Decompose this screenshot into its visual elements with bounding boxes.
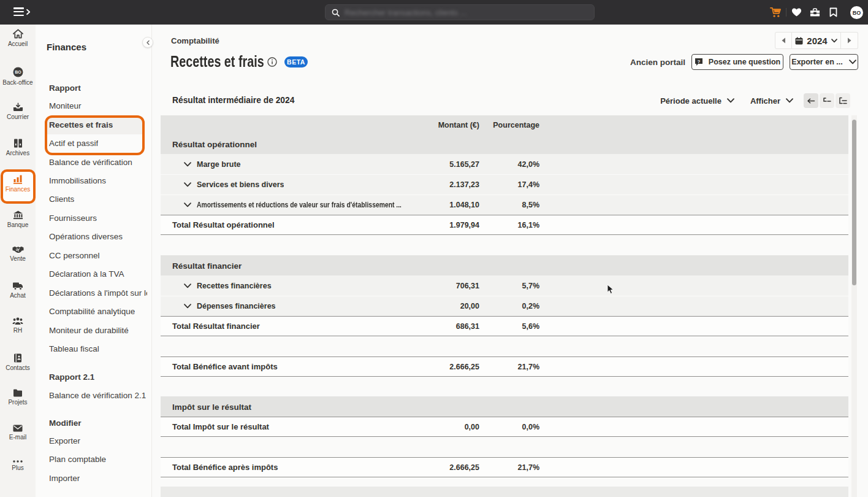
svg-text:?: ? bbox=[697, 59, 700, 64]
svg-text:BO: BO bbox=[15, 70, 21, 74]
